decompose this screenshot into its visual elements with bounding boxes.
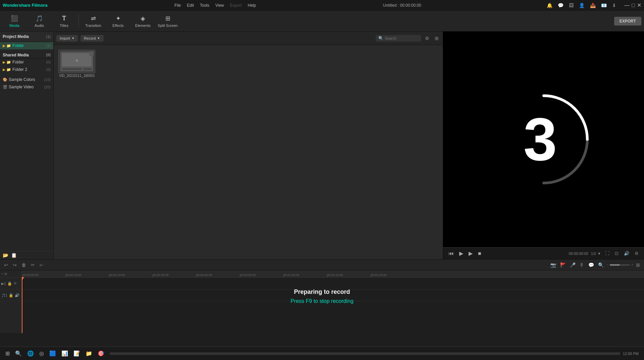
video-lock-icon[interactable]: 🔒 [7, 281, 12, 286]
ruler-mark-0: 00:00:00:00 [22, 273, 39, 277]
folder-item-main[interactable]: ▶ 📁 Folder (1) [0, 42, 53, 49]
menu-view[interactable]: View [213, 2, 227, 9]
import-label: Import [60, 36, 70, 40]
media-thumb-preview: 🖥 ⋯ [58, 50, 95, 73]
menu-file[interactable]: File [172, 2, 183, 9]
taskbar-app2-btn[interactable]: 📊 [59, 349, 71, 358]
ruler-line-2 [109, 275, 109, 277]
toolbar-elements[interactable]: ◈ Elements [131, 12, 155, 30]
toolbar-audio[interactable]: 🎵 Audio [28, 12, 51, 30]
import-arrow-icon: ▼ [71, 37, 74, 40]
taskbar-app1-btn[interactable]: 🟦 [47, 349, 59, 358]
svg-text:🖥: 🖥 [75, 59, 78, 62]
menu-tools[interactable]: Tools [197, 2, 212, 9]
sidebar-bottom-actions: 📂 📋 [0, 251, 53, 259]
ruler-line-6 [283, 275, 284, 277]
cut-btn[interactable]: ✂ [30, 262, 36, 268]
taskbar-chrome-btn[interactable]: ◎ [37, 349, 47, 358]
prev-frame-btn[interactable]: ⏮ [447, 250, 455, 257]
shared-folder2-label: Folder 2 [12, 67, 27, 72]
ruler-line-1 [65, 275, 66, 277]
toolbar-media[interactable]: ⬛ Media [3, 12, 26, 30]
toolbar-media-label: Media [9, 24, 19, 28]
redo-btn[interactable]: ↪ [11, 262, 18, 268]
tl-cam-btn[interactable]: 📷 [549, 262, 557, 268]
audio-icon: 🎵 [36, 15, 43, 22]
toolbar-split-screen[interactable]: ⊞ Split Screen [156, 12, 179, 30]
titlebar-right: 🔔 💬 🖼 👤 📥 📧 ⬇ — □ ✕ [545, 2, 641, 9]
shared-folder2-item[interactable]: ▶ 📁 Folder 2 (0) [0, 66, 53, 73]
countdown-number: 3 [523, 109, 557, 170]
ruler-mark-3: 00:00:30:00 [153, 273, 169, 277]
preview-screen: 3 [443, 32, 644, 247]
taskbar-app3-btn[interactable]: 📝 [71, 349, 83, 358]
delete-btn[interactable]: 🗑 [20, 262, 28, 268]
add-folder-btn[interactable]: 📂 [3, 253, 8, 258]
start-button[interactable]: ⊞ [3, 349, 12, 358]
media-item[interactable]: 🖥 ⋯ VID_20210111_180053 [58, 50, 95, 78]
menu-help[interactable]: Help [245, 2, 259, 9]
window-close[interactable]: ✕ [637, 2, 641, 8]
ruler-mark-4: 00:00:40:00 [196, 273, 212, 277]
timeline: ↩ ↪ 🗑 ✂ ⊢ 📷 🚩 🎤 🎙 💬 🔍 − + ⊞ + ⊞ [0, 259, 644, 333]
zoom-value: 1/2 [591, 252, 596, 256]
window-maximize[interactable]: □ [632, 2, 635, 8]
zoom-slider[interactable] [610, 264, 630, 266]
search-input[interactable] [385, 36, 418, 40]
toolbar-elements-label: Elements [135, 24, 151, 28]
menu-export-grayed[interactable]: Export [227, 2, 245, 9]
play-prev-btn[interactable]: ▶ [458, 250, 465, 257]
taskbar-search-btn[interactable]: 🔍 [12, 349, 24, 358]
shared-folder-icon: ▶ 📁 [3, 60, 11, 64]
taskbar-edge-btn[interactable]: 🌐 [24, 349, 37, 358]
record-button[interactable]: Record ▼ [80, 35, 103, 42]
ruler-mark-1: 00:00:10:00 [65, 273, 82, 277]
toolbar-transition[interactable]: ⇌ Transition [82, 12, 105, 30]
menu-edit[interactable]: Edit [184, 2, 197, 9]
audio-track [22, 289, 644, 301]
play-btn[interactable]: ▶ [467, 250, 474, 257]
volume-btn[interactable]: 🔊 [623, 250, 631, 257]
shared-folder-item[interactable]: ▶ 📁 Folder (0) [0, 58, 53, 66]
settings-btn[interactable]: ⚙ [633, 250, 640, 257]
preview-panel: 3 ⏮ ▶ ▶ ■ 00:00:00:00 1/2 ▼ ⛶ ⊡ 🔊 ⚙ [443, 32, 644, 259]
fullscreen-btn[interactable]: ⛶ [604, 250, 611, 257]
tl-mic-btn[interactable]: 🎤 [569, 262, 577, 268]
zoom-slider-fill [610, 264, 620, 266]
crop-btn[interactable]: ⊡ [613, 250, 620, 257]
export-button[interactable]: EXPORT [614, 17, 641, 26]
audio-lock-icon[interactable]: 🔒 [9, 293, 13, 298]
add-item-btn[interactable]: 📋 [11, 253, 17, 258]
audio-track-label: 🎵1 🔒 🔊 [0, 289, 21, 301]
tl-voice-btn[interactable]: 🎙 [578, 262, 586, 268]
add-track-btn[interactable]: + ⊞ [1, 272, 7, 276]
taskbar-files-btn[interactable]: 📁 [83, 349, 95, 358]
stop-btn[interactable]: ■ [477, 250, 483, 257]
tl-zoom-out-btn[interactable]: 🔍 [597, 262, 605, 268]
playhead [22, 278, 22, 333]
tl-caption-btn[interactable]: 💬 [587, 262, 595, 268]
sample-video-label: Sample Video [9, 85, 34, 89]
sys-icon-5: 📥 [589, 2, 597, 9]
grid-icon[interactable]: ⊞ [433, 35, 440, 42]
media-thumb-corner-icon: ⋯ [89, 51, 94, 56]
filter-icon[interactable]: ⚙ [424, 35, 431, 42]
import-button[interactable]: Import ▼ [56, 35, 78, 42]
taskbar-app4-btn[interactable]: 🎯 [95, 349, 107, 358]
video-eye-icon[interactable]: 👁 [13, 281, 17, 285]
tl-flag-btn[interactable]: 🚩 [559, 262, 567, 268]
window-minimize[interactable]: — [624, 2, 630, 8]
sys-icon-2: 💬 [556, 2, 565, 9]
media-toolbar: Import ▼ Record ▼ 🔍 ⚙ ⊞ [54, 32, 443, 45]
audio-vol-icon[interactable]: 🔊 [15, 293, 19, 298]
undo-btn[interactable]: ↩ [3, 262, 9, 268]
split-btn[interactable]: ⊢ [38, 262, 45, 268]
sample-video-item[interactable]: 🎬 Sample Video (20) [0, 83, 53, 91]
sample-video-icon: 🎬 [3, 85, 7, 89]
tl-zoom-fit-btn[interactable]: ⊞ [635, 262, 641, 268]
toolbar-effects[interactable]: ✦ Effects [106, 12, 130, 30]
effects-icon: ✦ [116, 15, 121, 22]
toolbar-titles[interactable]: T Titles [52, 12, 76, 30]
sample-colors-item[interactable]: 🎨 Sample Colors (15) [0, 76, 53, 83]
record-arrow-icon: ▼ [97, 37, 100, 40]
